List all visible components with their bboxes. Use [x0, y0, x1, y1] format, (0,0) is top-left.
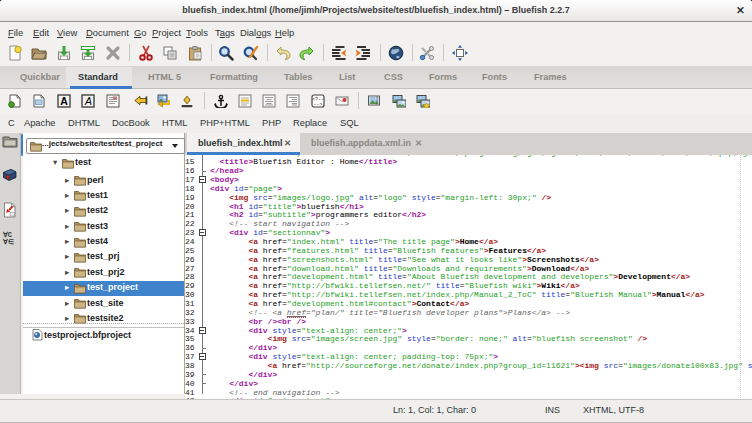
svg-text:A: A: [60, 95, 68, 107]
svg-text:A: A: [84, 95, 92, 107]
svg-text:∀∈: ∀∈: [2, 238, 14, 246]
svg-text:-->: -->: [313, 102, 322, 108]
